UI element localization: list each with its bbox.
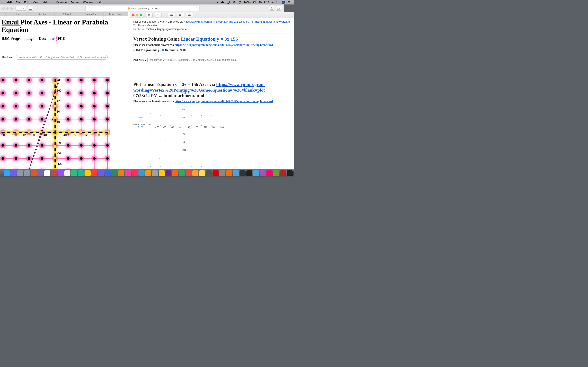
battery-icon[interactable] (252, 1, 258, 4)
bluetooth-icon[interactable] (231, 1, 237, 4)
svg-point-308 (201, 105, 202, 105)
dock-app[interactable] (118, 170, 124, 176)
menu-app[interactable]: Mail (4, 1, 14, 4)
dock-app[interactable] (4, 170, 10, 176)
dock-app[interactable] (145, 170, 151, 176)
reply-button[interactable] (168, 13, 175, 17)
dock (0, 169, 294, 177)
tab[interactable]: Tracing Squ... (79, 12, 104, 16)
dock-app[interactable] (165, 170, 172, 176)
formula-input-mail[interactable] (147, 58, 237, 62)
spotlight-icon[interactable] (275, 1, 281, 4)
dock-app[interactable] (213, 170, 219, 176)
dock-app[interactable] (37, 170, 43, 176)
dock-app[interactable] (280, 170, 286, 176)
dock-app[interactable] (273, 170, 279, 176)
clock[interactable]: Thu 9:28 pm (258, 1, 275, 4)
menu-help[interactable]: Help (95, 1, 104, 4)
heading-link[interactable]: Linear Equation y = 3x 156 (181, 36, 238, 42)
svg-point-301 (191, 125, 191, 126)
status-icon[interactable] (220, 1, 225, 4)
dock-app[interactable] (71, 170, 77, 176)
share-button[interactable] (269, 6, 274, 11)
dock-app[interactable] (186, 170, 192, 176)
tab[interactable]: loc (6, 12, 30, 16)
dock-app[interactable] (287, 170, 293, 176)
dock-app[interactable] (125, 170, 131, 176)
menu-mailbox[interactable]: Mailbox (41, 1, 54, 4)
archive-button[interactable] (155, 13, 162, 17)
dock-app[interactable] (31, 170, 37, 176)
formula-input[interactable] (16, 55, 108, 59)
dock-app[interactable] (138, 170, 145, 176)
menu-message[interactable]: Message (54, 1, 69, 4)
siri-icon[interactable] (281, 1, 286, 4)
wifi-icon[interactable] (237, 1, 242, 4)
dock-app[interactable] (246, 170, 252, 176)
dock-app[interactable] (24, 170, 30, 176)
dock-app[interactable] (219, 170, 225, 176)
download-icon[interactable]: ↓ (139, 117, 143, 122)
dock-app[interactable] (10, 170, 17, 176)
tab[interactable]: (8).html (55, 12, 79, 16)
dock-app[interactable] (98, 170, 104, 176)
plot-canvas-left[interactable]: -200-200-160-160-120-120-80-80-40-404040… (0, 77, 110, 169)
dock-app[interactable] (64, 170, 70, 176)
mail-window-controls[interactable] (132, 14, 142, 16)
svg-point-284 (171, 136, 171, 136)
svg-point-323 (212, 166, 212, 167)
body-link[interactable]: https://www.rjmprogramming.com.au/HTMLCS… (174, 43, 273, 47)
menu-file[interactable]: File (14, 1, 22, 4)
dock-app[interactable] (233, 170, 239, 176)
dock-app[interactable] (51, 170, 57, 176)
reload-icon[interactable]: ⟳ (196, 7, 198, 10)
dock-app[interactable] (293, 170, 294, 176)
dock-app[interactable] (172, 170, 178, 176)
dock-app[interactable] (159, 170, 165, 176)
svg-point-76 (28, 144, 30, 147)
dock-app[interactable] (199, 170, 205, 176)
dock-app[interactable] (78, 170, 84, 176)
menu-view[interactable]: View (31, 1, 41, 4)
dock-app[interactable] (91, 170, 97, 176)
dock-app[interactable] (206, 170, 212, 176)
tabs-button[interactable] (276, 6, 281, 11)
dock-app[interactable] (253, 170, 259, 176)
dock-app[interactable] (260, 170, 266, 176)
dock-app[interactable] (132, 170, 138, 176)
dock-app[interactable] (152, 170, 158, 176)
notification-center-icon[interactable] (286, 1, 292, 4)
select-stub[interactable]: - ⌃ (33, 37, 38, 40)
dock-app[interactable] (105, 170, 111, 176)
select-stub[interactable]: ⌄ (162, 49, 164, 51)
dock-app[interactable] (267, 170, 273, 176)
trash-button[interactable] (146, 13, 153, 17)
forward-button[interactable] (186, 13, 193, 17)
address-bar[interactable]: 🔒 rjmprogramming.com.au ⟳ (85, 6, 200, 11)
sidebar-button[interactable] (28, 6, 33, 11)
tab[interactable]: Tracing Squ... (104, 12, 128, 16)
dock-app[interactable] (58, 170, 64, 176)
reply-all-button[interactable] (177, 13, 184, 17)
back-button[interactable]: ‹ (16, 6, 21, 11)
dock-app[interactable] (112, 170, 118, 176)
dock-app[interactable] (240, 170, 246, 176)
menu-format[interactable]: Format (69, 1, 81, 4)
svg-point-224 (54, 92, 55, 94)
dock-app[interactable] (226, 170, 232, 176)
dock-app[interactable] (44, 170, 50, 176)
forward-button[interactable]: › (21, 6, 26, 11)
window-controls[interactable] (2, 7, 13, 9)
status-icon[interactable]: ✦ (215, 1, 220, 4)
menu-edit[interactable]: Edit (22, 1, 31, 4)
menu-window[interactable]: Window (81, 1, 95, 4)
dock-app[interactable] (85, 170, 91, 176)
attachment[interactable]: ↓ htmlattachment.html 81 KB (131, 113, 151, 132)
subject-link[interactable]: https://www.rjmprogramming.com.au/HTMLCS… (184, 20, 290, 23)
new-tab-button[interactable]: + (0, 12, 6, 16)
tab[interactable]: (6).html (30, 12, 55, 16)
airplay-icon[interactable] (225, 1, 231, 4)
dock-app[interactable] (192, 170, 199, 176)
dock-app[interactable] (179, 170, 185, 176)
dock-app[interactable] (17, 170, 23, 176)
